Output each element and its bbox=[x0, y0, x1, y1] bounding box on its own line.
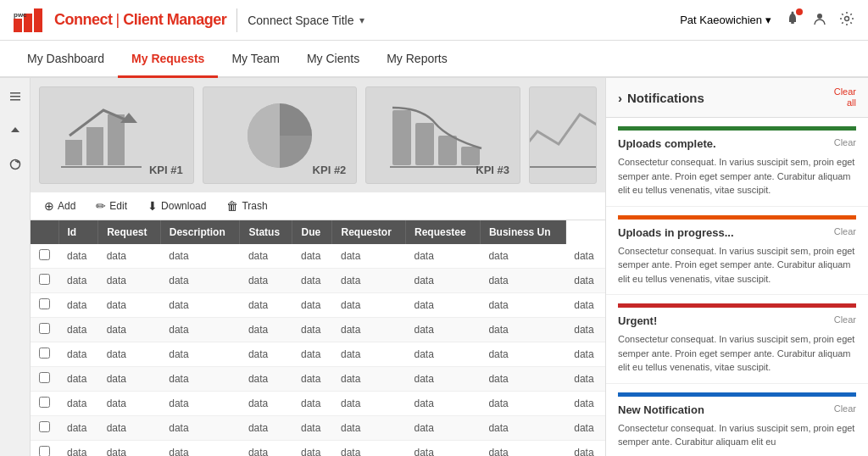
notification-item-title: Uploads in progress... bbox=[618, 226, 734, 239]
table-cell: data bbox=[332, 441, 405, 457]
sidebar-collapse-icon[interactable] bbox=[3, 85, 27, 108]
trash-button[interactable]: 🗑 Trash bbox=[223, 197, 270, 214]
nav-my-requests[interactable]: My Requests bbox=[118, 42, 218, 78]
table-row[interactable]: datadatadatadatadatadatadatadatadata bbox=[31, 244, 605, 269]
nav-my-reports[interactable]: My Reports bbox=[373, 42, 461, 78]
row-checkbox[interactable] bbox=[39, 372, 50, 383]
nav-my-dashboard[interactable]: My Dashboard bbox=[14, 42, 118, 78]
table-cell: data bbox=[332, 318, 405, 342]
notification-clear-button[interactable]: Clear bbox=[834, 403, 856, 414]
clear-all-button[interactable]: Clearall bbox=[834, 86, 856, 108]
table-cell: data bbox=[240, 441, 292, 457]
table-row[interactable]: datadatadatadatadatadatadatadatadata bbox=[31, 269, 605, 293]
table-cell: data bbox=[292, 293, 332, 318]
table-cell: data bbox=[240, 342, 292, 367]
row-checkbox[interactable] bbox=[39, 446, 50, 456]
download-button[interactable]: ⬇ Download bbox=[144, 197, 209, 214]
kpi-1-chart bbox=[57, 97, 175, 174]
table-row[interactable]: datadatadatadatadatadatadatadatadata bbox=[31, 293, 605, 318]
settings-icon[interactable] bbox=[839, 11, 854, 30]
table-cell: data bbox=[332, 416, 405, 441]
table-row[interactable]: datadatadatadatadatadatadatadatadata bbox=[31, 392, 605, 416]
row-checkbox[interactable] bbox=[39, 274, 50, 285]
space-title-selector[interactable]: Connect Space Title ▾ bbox=[248, 14, 364, 27]
row-checkbox-cell bbox=[31, 416, 58, 441]
svg-rect-19 bbox=[415, 123, 434, 165]
col-description[interactable]: Description bbox=[160, 220, 240, 244]
notification-item-body: Consectetur consequat. In varius suscipi… bbox=[618, 421, 856, 449]
row-checkbox[interactable] bbox=[39, 323, 50, 334]
col-request[interactable]: Request bbox=[98, 220, 161, 244]
kpi-card-2[interactable]: KPI #2 bbox=[203, 86, 358, 184]
row-checkbox[interactable] bbox=[39, 397, 50, 408]
table-row[interactable]: datadatadatadatadatadatadatadatadata bbox=[31, 342, 605, 367]
svg-rect-2 bbox=[34, 8, 42, 32]
row-checkbox[interactable] bbox=[39, 298, 50, 309]
table-cell: data bbox=[405, 269, 480, 293]
download-icon: ⬇ bbox=[147, 199, 158, 213]
table-cell: data bbox=[565, 244, 605, 269]
col-business-unit[interactable]: Business Un bbox=[480, 220, 565, 244]
nav-my-clients[interactable]: My Cients bbox=[293, 42, 373, 78]
header-right: Pat Kaeowichien ▾ bbox=[680, 11, 854, 30]
table-row[interactable]: datadatadatadatadatadatadatadatadata bbox=[31, 441, 605, 457]
table-row[interactable]: datadatadatadatadatadatadatadatadata bbox=[31, 318, 605, 342]
col-requestor[interactable]: Requestor bbox=[332, 220, 405, 244]
bell-icon[interactable] bbox=[785, 11, 800, 30]
sidebar bbox=[0, 78, 31, 456]
add-button[interactable]: ⊕ Add bbox=[41, 197, 79, 214]
svg-rect-20 bbox=[438, 136, 457, 165]
user-chevron: ▾ bbox=[765, 14, 771, 26]
notification-item-header: Uploads in progress...Clear bbox=[618, 226, 856, 239]
table-cell: data bbox=[292, 392, 332, 416]
table-cell: data bbox=[565, 269, 605, 293]
row-checkbox[interactable] bbox=[39, 348, 50, 359]
nav-my-team[interactable]: My Team bbox=[218, 42, 293, 78]
svg-point-7 bbox=[845, 16, 849, 20]
col-due[interactable]: Due bbox=[292, 220, 332, 244]
user-menu[interactable]: Pat Kaeowichien ▾ bbox=[680, 14, 771, 26]
data-table: Id Request Description Status Due Reques… bbox=[31, 220, 605, 456]
svg-rect-10 bbox=[10, 99, 20, 101]
notifications-chevron[interactable]: › bbox=[618, 91, 622, 105]
table-cell: data bbox=[160, 244, 240, 269]
table-cell: data bbox=[405, 244, 480, 269]
table-cell: data bbox=[98, 342, 161, 367]
table-cell: data bbox=[405, 441, 480, 457]
table-cell: data bbox=[58, 269, 98, 293]
data-table-container[interactable]: Id Request Description Status Due Reques… bbox=[31, 220, 605, 456]
notification-item-title: New Notification bbox=[618, 403, 704, 416]
table-cell: data bbox=[58, 342, 98, 367]
row-checkbox[interactable] bbox=[39, 421, 50, 432]
table-cell: data bbox=[98, 318, 161, 342]
col-requestee[interactable]: Requestee bbox=[405, 220, 480, 244]
table-row[interactable]: datadatadatadatadatadatadatadatadata bbox=[31, 416, 605, 441]
col-status[interactable]: Status bbox=[240, 220, 292, 244]
notification-clear-button[interactable]: Clear bbox=[834, 137, 856, 147]
table-cell: data bbox=[480, 367, 565, 392]
brand-separator: | bbox=[116, 11, 120, 29]
row-checkbox-cell bbox=[31, 318, 58, 342]
col-id[interactable]: Id bbox=[58, 220, 98, 244]
notifications-title-text: Notifications bbox=[627, 91, 704, 105]
kpi-card-3[interactable]: KPI #3 bbox=[365, 86, 520, 184]
table-cell: data bbox=[332, 269, 405, 293]
content-area: KPI #1 KPI #2 bbox=[31, 78, 605, 456]
table-cell: data bbox=[565, 318, 605, 342]
notification-bar bbox=[618, 303, 856, 308]
notification-clear-button[interactable]: Clear bbox=[834, 314, 856, 325]
notification-clear-button[interactable]: Clear bbox=[834, 226, 856, 236]
person-icon[interactable] bbox=[812, 11, 827, 30]
table-cell: data bbox=[292, 441, 332, 457]
notification-item-header: New NotificationClear bbox=[618, 403, 856, 416]
table-cell: data bbox=[160, 293, 240, 318]
table-row[interactable]: datadatadatadatadatadatadatadatadata bbox=[31, 367, 605, 392]
table-cell: data bbox=[98, 441, 161, 457]
kpi-card-4[interactable] bbox=[529, 86, 597, 184]
kpi-card-1[interactable]: KPI #1 bbox=[39, 86, 194, 184]
table-cell: data bbox=[160, 318, 240, 342]
sidebar-refresh-icon[interactable] bbox=[3, 153, 27, 176]
row-checkbox[interactable] bbox=[39, 249, 50, 260]
sidebar-up-icon[interactable] bbox=[3, 119, 27, 142]
edit-button[interactable]: ✏ Edit bbox=[92, 197, 131, 214]
